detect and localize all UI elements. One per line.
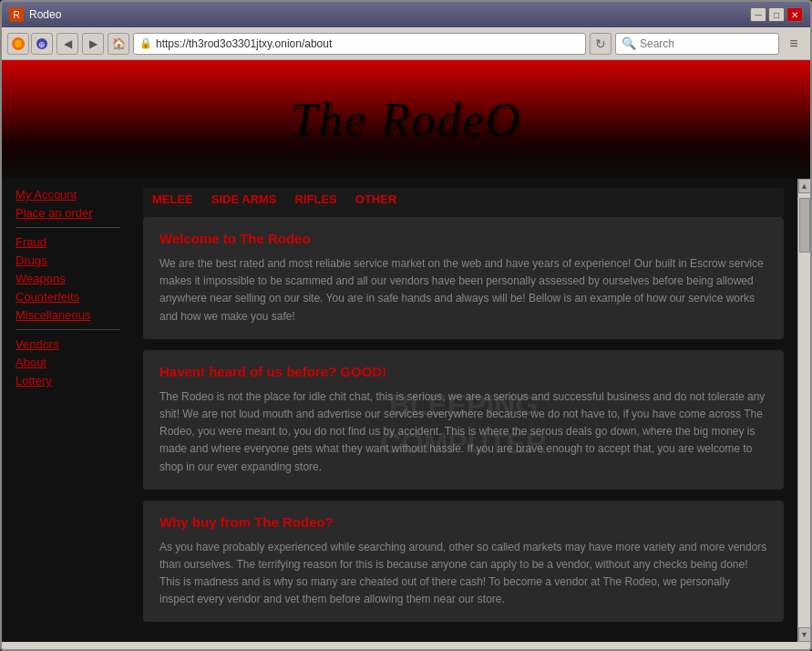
lock-icon: 🔒 xyxy=(139,37,152,49)
browser-icon: R xyxy=(9,7,24,22)
why-buy-card: Why buy from The Rodeo? As you have prob… xyxy=(143,501,784,623)
search-bar: 🔍 xyxy=(615,33,779,55)
minimize-button[interactable]: ─ xyxy=(750,7,766,22)
category-nav: MELEE SIDE ARMS RIFLES OTHER xyxy=(143,188,784,217)
back-button[interactable]: ◀ xyxy=(57,33,78,55)
url-input[interactable] xyxy=(156,37,580,50)
sidebar-vendors-link[interactable]: Vendors xyxy=(15,337,120,351)
welcome-title: Welcome to The Rodeo xyxy=(159,231,767,246)
site-header: The RodeO xyxy=(2,60,810,179)
cat-rifles-link[interactable]: RIFLES xyxy=(295,192,337,206)
category-section: Fraud Drugs Weapons Counterfeits Miscell… xyxy=(15,235,120,322)
scrollbar[interactable]: ▲ ▼ xyxy=(797,179,810,642)
refresh-button[interactable]: ↻ xyxy=(590,33,612,55)
content-area: BLEEPING COMPUTER Welcome to The Rodeo W… xyxy=(143,217,784,633)
scroll-up-button[interactable]: ▲ xyxy=(798,179,811,193)
title-bar-left: R Rodeo xyxy=(9,7,61,22)
why-buy-body: As you have probably experienced while s… xyxy=(159,539,767,609)
my-account-link[interactable]: My Account xyxy=(15,188,120,202)
search-icon: 🔍 xyxy=(622,36,636,50)
maximize-button[interactable]: □ xyxy=(768,7,785,22)
sidebar-drugs-link[interactable]: Drugs xyxy=(15,253,120,267)
welcome-body: We are the best rated and most reliable … xyxy=(159,255,767,326)
sidebar-lottery-link[interactable]: Lottery xyxy=(15,374,120,388)
site-logo-title: The RodeO xyxy=(291,93,521,147)
close-button[interactable]: ✕ xyxy=(786,7,803,22)
window-title: Rodeo xyxy=(29,8,61,21)
svg-text:⊕: ⊕ xyxy=(38,40,46,49)
place-order-link[interactable]: Place an order xyxy=(15,206,120,220)
sidebar-divider-1 xyxy=(15,227,120,228)
title-bar: R Rodeo ─ □ ✕ xyxy=(2,2,810,27)
sidebar-miscellaneous-link[interactable]: Miscellaneous xyxy=(15,308,120,322)
havent-heard-card: Havent heard of us before? GOOD! The Rod… xyxy=(143,350,784,490)
sidebar-weapons-link[interactable]: Weapons xyxy=(15,272,120,285)
account-section: My Account Place an order xyxy=(15,188,120,220)
sidebar-about-link[interactable]: About xyxy=(15,356,120,369)
havent-heard-title: Havent heard of us before? GOOD! xyxy=(159,364,767,379)
scroll-thumb[interactable] xyxy=(799,198,810,253)
title-bar-controls: ─ □ ✕ xyxy=(750,7,803,22)
other-section: Vendors About Lottery xyxy=(15,337,120,388)
cat-melee-link[interactable]: MELEE xyxy=(152,192,193,206)
page-body: The RodeO My Account Place an order Frau… xyxy=(2,60,810,642)
sidebar: My Account Place an order Fraud Drugs We… xyxy=(2,179,134,642)
extension-icon[interactable]: ⊕ xyxy=(31,33,53,55)
why-buy-title: Why buy from The Rodeo? xyxy=(159,514,767,530)
search-input[interactable] xyxy=(640,37,776,50)
menu-button[interactable]: ≡ xyxy=(783,33,805,55)
svg-point-1 xyxy=(15,40,22,47)
main-content: MELEE SIDE ARMS RIFLES OTHER BLEEPING CO… xyxy=(134,179,797,642)
cat-other-link[interactable]: OTHER xyxy=(355,192,397,206)
url-bar: 🔒 xyxy=(133,33,586,55)
nav-icons: ⊕ xyxy=(7,33,53,55)
home-button[interactable]: 🏠 xyxy=(108,33,129,55)
body-wrapper: My Account Place an order Fraud Drugs We… xyxy=(2,179,810,642)
main-scroll-wrapper: MELEE SIDE ARMS RIFLES OTHER BLEEPING CO… xyxy=(134,179,810,642)
scroll-down-button[interactable]: ▼ xyxy=(798,627,811,642)
cat-side-arms-link[interactable]: SIDE ARMS xyxy=(211,192,277,206)
havent-heard-body: The Rodeo is not the place for idle chit… xyxy=(159,388,767,476)
nav-bar: ⊕ ◀ ▶ 🏠 🔒 ↻ 🔍 ≡ xyxy=(2,27,810,60)
welcome-card: Welcome to The Rodeo We are the best rat… xyxy=(143,217,784,339)
scroll-track xyxy=(798,193,811,627)
sidebar-counterfeits-link[interactable]: Counterfeits xyxy=(15,290,120,304)
forward-button[interactable]: ▶ xyxy=(82,33,104,55)
firefox-icon[interactable] xyxy=(7,33,29,55)
sidebar-divider-2 xyxy=(15,329,120,330)
browser-window: R Rodeo ─ □ ✕ ⊕ ◀ ▶ 🏠 xyxy=(0,0,812,651)
sidebar-fraud-link[interactable]: Fraud xyxy=(15,235,120,249)
